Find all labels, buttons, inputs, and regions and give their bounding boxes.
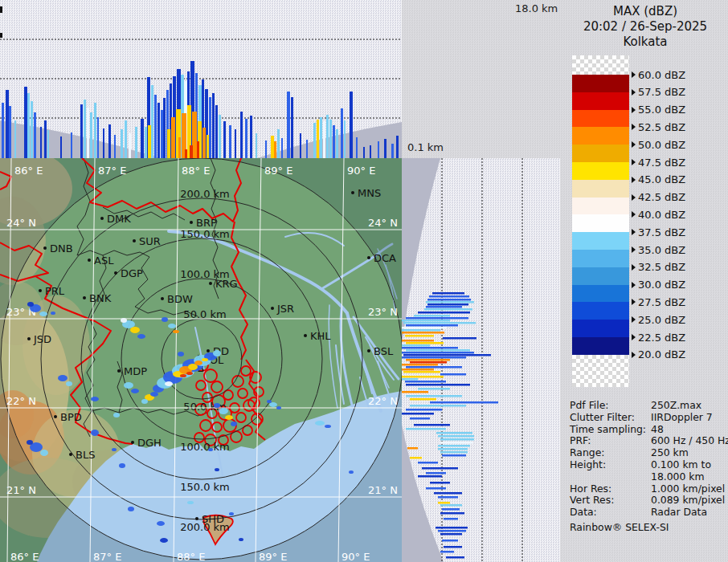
metadata-value: Radar Data: [651, 506, 707, 518]
metadata-value: 0.100 km to: [651, 458, 711, 470]
longitude-label-top: 87° E: [98, 165, 126, 177]
radar-product-screen: { "title": { "product": "MAX (dBZ)", "da…: [0, 0, 728, 562]
city-label-bnk: BNK: [89, 292, 112, 304]
metadata-row: PRF:600 Hz / 450 Hz: [570, 434, 726, 446]
range-ring-label: 150.0 km: [180, 481, 230, 493]
longitude-label-top: 90° E: [347, 165, 375, 177]
metadata-label: Range:: [570, 446, 604, 458]
product-name: MAX (dBZ): [562, 4, 728, 19]
metadata-label: Time sampling:: [570, 423, 646, 435]
scale-tick-arrow-icon: [632, 194, 636, 201]
colorbar-block: [572, 75, 629, 92]
scale-tick-arrow-icon: [632, 264, 636, 271]
city-label-mns: MNS: [358, 187, 381, 199]
longitude-label-bottom: 90° E: [342, 551, 370, 562]
city-label-sur: SUR: [139, 235, 161, 247]
city-label-jsd: JSD: [33, 333, 51, 345]
cross-section-right-svg: [402, 158, 560, 562]
city-label-bls: BLS: [76, 449, 95, 461]
scale-tick-arrow-icon: [632, 71, 636, 78]
city-label-jsr: JSR: [276, 303, 294, 315]
scale-tick-arrow-icon: [632, 352, 636, 358]
longitude-label-bottom: 89° E: [259, 551, 287, 562]
radar-map-panel: 200.0 km150.0 km100.0 km50.0 km50.0 km10…: [0, 158, 402, 562]
dbz-scale-label: 30.0 dBZ: [632, 279, 685, 291]
scale-tick-arrow-icon: [632, 141, 636, 148]
scale-tick-arrow-icon: [632, 177, 636, 183]
metadata-value: 18.000 km: [651, 470, 705, 483]
latitude-label: 24° N: [368, 217, 398, 229]
scale-tick-arrow-icon: [632, 124, 636, 130]
dbz-scale-label: 42.5 dBZ: [632, 191, 685, 204]
scale-tick-arrow-icon: [632, 299, 636, 305]
colorbar-block: [572, 267, 629, 285]
dbz-scale-label: 20.0 dBZ: [632, 348, 685, 361]
metadata-value: 48: [651, 423, 664, 435]
dbz-scale-label: 55.0 dBZ: [632, 104, 685, 116]
metadata-label: Hor Res:: [570, 483, 611, 495]
colorbar-block: [572, 214, 629, 232]
dbz-scale-label: 45.0 dBZ: [632, 173, 685, 186]
metadata-label: Clutter Filter:: [570, 411, 635, 423]
scale-tick-arrow-icon: [632, 316, 636, 323]
metadata-label: Pdf File:: [570, 399, 609, 411]
scale-tick-arrow-icon: [632, 282, 636, 288]
longitude-label-bottom: 88° E: [177, 551, 205, 562]
metadata-row: Data:Radar Data: [570, 506, 726, 518]
legend-panel: MAX (dBZ) 20:02 / 26-Sep-2025 Kolkata 60…: [562, 0, 728, 562]
dbz-scale-label: 32.5 dBZ: [632, 261, 685, 274]
longitude-label-top: 88° E: [182, 165, 210, 177]
radar-map-svg: 200.0 km150.0 km100.0 km50.0 km50.0 km10…: [0, 158, 402, 562]
legend-title: MAX (dBZ) 20:02 / 26-Sep-2025 Kolkata: [562, 4, 728, 50]
dbz-scale-label: 47.5 dBZ: [632, 156, 685, 169]
longitude-label-bottom: 86° E: [10, 551, 39, 562]
dbz-scale-label: 25.0 dBZ: [632, 313, 685, 326]
colorbar-block: [572, 92, 629, 110]
cross-section-top-panel: [0, 0, 402, 158]
colorbar-block: [572, 162, 629, 180]
scale-tick-arrow-icon: [632, 89, 636, 96]
city-label-dnb: DNB: [50, 242, 73, 255]
colorbar-block: [572, 337, 629, 355]
city-label-bdw: BDW: [167, 293, 193, 305]
longitude-label-bottom: 87° E: [93, 551, 121, 562]
height-axis-min-label: 0.1 km: [407, 141, 444, 153]
colorbar-block: [572, 145, 629, 162]
scale-tick-arrow-icon: [632, 334, 636, 340]
latitude-label: 21° N: [368, 484, 398, 496]
colorbar-block: [572, 302, 629, 320]
cross-section-top-svg: [0, 0, 402, 158]
dbz-scale-label: 27.5 dBZ: [632, 295, 685, 308]
colorbar-block: [572, 250, 629, 267]
metadata-label: PRF:: [570, 434, 591, 446]
city-label-krg: KRG: [215, 278, 238, 290]
scale-tick-arrow-icon: [632, 246, 636, 253]
height-axis-max-label: 18.0 km: [515, 2, 558, 14]
metadata-value: 250 km: [651, 446, 689, 458]
metadata-row: 18.000 km: [570, 470, 726, 483]
latitude-label: 21° N: [6, 484, 36, 496]
dbz-scale-label: 52.5 dBZ: [632, 120, 685, 133]
scale-tick-arrow-icon: [632, 159, 636, 165]
city-label-dgp: DGP: [121, 267, 143, 279]
city-label-dca: DCA: [374, 252, 396, 264]
latitude-label: 23° N: [368, 306, 398, 318]
longitude-label-top: 86° E: [14, 165, 43, 177]
city-label-bsl: BSL: [374, 345, 394, 357]
city-label-dmk: DMK: [107, 213, 131, 225]
scale-tick-arrow-icon: [632, 107, 636, 113]
colorbar-block: [572, 198, 629, 215]
metadata-label: Height:: [570, 458, 606, 470]
colorbar-block: [572, 285, 629, 303]
metadata-row: Range:250 km: [570, 446, 726, 458]
metadata-value: 600 Hz / 450 Hz: [651, 434, 728, 446]
longitude-label-top: 89° E: [264, 165, 292, 177]
dbz-scale-label: 22.5 dBZ: [632, 331, 685, 344]
product-datetime: 20:02 / 26-Sep-2025: [562, 19, 728, 35]
dbz-scale-label: 35.0 dBZ: [632, 243, 685, 256]
scale-tick-arrow-icon: [632, 211, 636, 218]
dbz-scale-label: 50.0 dBZ: [632, 138, 685, 151]
latitude-label: 22° N: [368, 395, 398, 407]
station-name: Kolkata: [562, 35, 728, 50]
metadata-row: Time sampling:48: [570, 423, 726, 435]
